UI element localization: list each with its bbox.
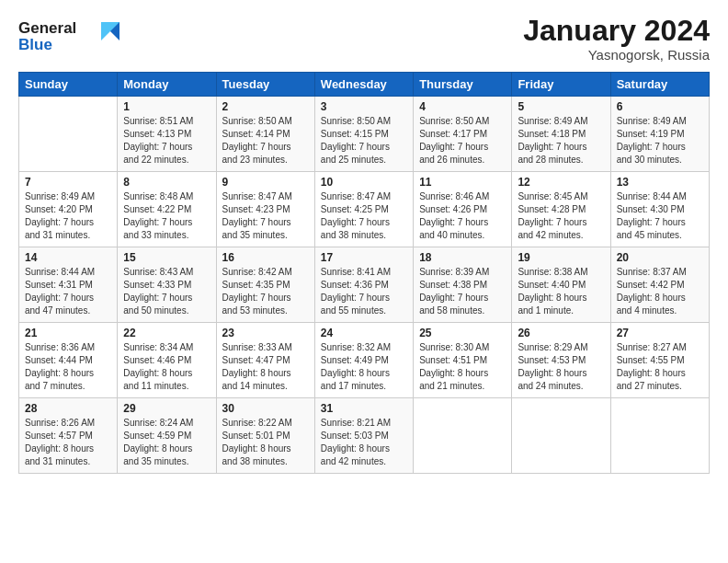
sunrise-text: Sunrise: 8:37 AM xyxy=(617,267,687,277)
day-number: 3 xyxy=(321,100,407,113)
table-row: 1 Sunrise: 8:51 AM Sunset: 4:13 PM Dayli… xyxy=(118,97,216,172)
page-header: General Blue January 2024 Yasnogorsk, Ru… xyxy=(18,15,710,63)
sunset-text: Sunset: 4:26 PM xyxy=(419,204,487,214)
table-row: 28 Sunrise: 8:26 AM Sunset: 4:57 PM Dayl… xyxy=(19,398,118,474)
daylight-text: Daylight: 7 hours and 47 minutes. xyxy=(25,293,94,316)
sunrise-text: Sunrise: 8:39 AM xyxy=(419,267,489,277)
sunset-text: Sunset: 4:28 PM xyxy=(518,204,586,214)
day-number: 19 xyxy=(518,251,604,264)
title-block: January 2024 Yasnogorsk, Russia xyxy=(523,15,710,63)
table-row: 20 Sunrise: 8:37 AM Sunset: 4:42 PM Dayl… xyxy=(610,247,709,323)
sunrise-text: Sunrise: 8:50 AM xyxy=(222,116,292,126)
sunrise-text: Sunrise: 8:36 AM xyxy=(25,342,95,352)
calendar-header-row: Sunday Monday Tuesday Wednesday Thursday… xyxy=(19,73,710,97)
sunrise-text: Sunrise: 8:38 AM xyxy=(518,267,587,277)
day-number: 5 xyxy=(518,100,604,113)
calendar-page: General Blue January 2024 Yasnogorsk, Ru… xyxy=(0,0,728,563)
day-info: Sunrise: 8:27 AM Sunset: 4:55 PM Dayligh… xyxy=(617,341,703,393)
sunrise-text: Sunrise: 8:41 AM xyxy=(321,267,391,277)
sunset-text: Sunset: 4:14 PM xyxy=(222,129,290,139)
calendar-week-row: 14 Sunrise: 8:44 AM Sunset: 4:31 PM Dayl… xyxy=(19,247,710,323)
day-number: 14 xyxy=(25,251,111,264)
daylight-text: Daylight: 7 hours and 33 minutes. xyxy=(123,217,192,240)
sunrise-text: Sunrise: 8:44 AM xyxy=(25,267,95,277)
header-saturday: Saturday xyxy=(610,73,709,97)
logo-svg: General Blue xyxy=(18,15,119,55)
sunset-text: Sunset: 4:57 PM xyxy=(25,431,93,441)
table-row xyxy=(610,398,709,474)
day-info: Sunrise: 8:33 AM Sunset: 4:47 PM Dayligh… xyxy=(222,341,309,393)
sunset-text: Sunset: 4:25 PM xyxy=(321,204,389,214)
sunset-text: Sunset: 4:49 PM xyxy=(321,355,389,365)
table-row: 29 Sunrise: 8:24 AM Sunset: 4:59 PM Dayl… xyxy=(118,398,216,474)
daylight-text: Daylight: 7 hours and 40 minutes. xyxy=(419,217,488,240)
table-row: 23 Sunrise: 8:33 AM Sunset: 4:47 PM Dayl… xyxy=(216,323,314,398)
day-info: Sunrise: 8:49 AM Sunset: 4:18 PM Dayligh… xyxy=(518,115,604,167)
sunrise-text: Sunrise: 8:34 AM xyxy=(123,342,193,352)
day-info: Sunrise: 8:48 AM Sunset: 4:22 PM Dayligh… xyxy=(123,190,210,242)
day-number: 20 xyxy=(617,251,703,264)
day-info: Sunrise: 8:43 AM Sunset: 4:33 PM Dayligh… xyxy=(123,266,210,317)
daylight-text: Daylight: 7 hours and 42 minutes. xyxy=(518,217,586,240)
sunset-text: Sunset: 4:31 PM xyxy=(25,280,93,290)
sunset-text: Sunset: 4:53 PM xyxy=(518,355,586,365)
sunset-text: Sunset: 4:36 PM xyxy=(321,280,389,290)
sunset-text: Sunset: 4:59 PM xyxy=(123,431,191,441)
calendar-table: Sunday Monday Tuesday Wednesday Thursday… xyxy=(18,72,710,474)
sunrise-text: Sunrise: 8:50 AM xyxy=(419,116,489,126)
daylight-text: Daylight: 8 hours and 38 minutes. xyxy=(222,443,291,466)
day-number: 12 xyxy=(518,176,604,189)
sunset-text: Sunset: 4:35 PM xyxy=(222,280,290,290)
header-monday: Monday xyxy=(118,73,216,97)
sunset-text: Sunset: 4:42 PM xyxy=(617,280,685,290)
sunrise-text: Sunrise: 8:49 AM xyxy=(518,116,587,126)
table-row: 14 Sunrise: 8:44 AM Sunset: 4:31 PM Dayl… xyxy=(19,247,118,323)
table-row: 10 Sunrise: 8:47 AM Sunset: 4:25 PM Dayl… xyxy=(314,172,413,247)
day-number: 18 xyxy=(419,251,506,264)
day-number: 4 xyxy=(419,100,506,113)
table-row: 25 Sunrise: 8:30 AM Sunset: 4:51 PM Dayl… xyxy=(414,323,512,398)
sunset-text: Sunset: 4:22 PM xyxy=(123,204,191,214)
day-number: 2 xyxy=(222,100,309,113)
day-number: 21 xyxy=(25,327,111,339)
sunset-text: Sunset: 4:38 PM xyxy=(419,280,487,290)
day-info: Sunrise: 8:47 AM Sunset: 4:23 PM Dayligh… xyxy=(222,190,309,242)
calendar-week-row: 21 Sunrise: 8:36 AM Sunset: 4:44 PM Dayl… xyxy=(19,323,710,398)
table-row: 16 Sunrise: 8:42 AM Sunset: 4:35 PM Dayl… xyxy=(216,247,314,323)
table-row: 26 Sunrise: 8:29 AM Sunset: 4:53 PM Dayl… xyxy=(512,323,610,398)
sunrise-text: Sunrise: 8:21 AM xyxy=(321,418,391,428)
daylight-text: Daylight: 7 hours and 22 minutes. xyxy=(123,142,192,165)
sunset-text: Sunset: 4:47 PM xyxy=(222,355,290,365)
day-info: Sunrise: 8:44 AM Sunset: 4:31 PM Dayligh… xyxy=(25,266,111,317)
day-number: 28 xyxy=(25,402,111,415)
daylight-text: Daylight: 7 hours and 55 minutes. xyxy=(321,293,390,316)
header-wednesday: Wednesday xyxy=(314,73,413,97)
day-info: Sunrise: 8:41 AM Sunset: 4:36 PM Dayligh… xyxy=(321,266,407,317)
table-row: 13 Sunrise: 8:44 AM Sunset: 4:30 PM Dayl… xyxy=(610,172,709,247)
daylight-text: Daylight: 7 hours and 45 minutes. xyxy=(617,217,686,240)
daylight-text: Daylight: 7 hours and 28 minutes. xyxy=(518,142,586,165)
daylight-text: Daylight: 8 hours and 4 minutes. xyxy=(617,293,686,316)
sunset-text: Sunset: 4:20 PM xyxy=(25,204,93,214)
sunrise-text: Sunrise: 8:49 AM xyxy=(617,116,687,126)
day-number: 30 xyxy=(222,402,309,415)
day-number: 31 xyxy=(321,402,407,415)
header-friday: Friday xyxy=(512,73,610,97)
table-row: 9 Sunrise: 8:47 AM Sunset: 4:23 PM Dayli… xyxy=(216,172,314,247)
table-row: 12 Sunrise: 8:45 AM Sunset: 4:28 PM Dayl… xyxy=(512,172,610,247)
sunset-text: Sunset: 4:44 PM xyxy=(25,355,93,365)
location-text: Yasnogorsk, Russia xyxy=(523,47,710,63)
sunset-text: Sunset: 4:18 PM xyxy=(518,129,586,139)
day-info: Sunrise: 8:38 AM Sunset: 4:40 PM Dayligh… xyxy=(518,266,604,317)
sunset-text: Sunset: 5:01 PM xyxy=(222,431,290,441)
sunrise-text: Sunrise: 8:47 AM xyxy=(321,191,391,201)
daylight-text: Daylight: 8 hours and 21 minutes. xyxy=(419,368,488,391)
sunrise-text: Sunrise: 8:24 AM xyxy=(123,418,193,428)
day-info: Sunrise: 8:36 AM Sunset: 4:44 PM Dayligh… xyxy=(25,341,111,393)
day-info: Sunrise: 8:39 AM Sunset: 4:38 PM Dayligh… xyxy=(419,266,506,317)
day-number: 13 xyxy=(617,176,703,189)
daylight-text: Daylight: 8 hours and 7 minutes. xyxy=(25,368,94,391)
table-row xyxy=(414,398,512,474)
table-row: 18 Sunrise: 8:39 AM Sunset: 4:38 PM Dayl… xyxy=(414,247,512,323)
sunrise-text: Sunrise: 8:43 AM xyxy=(123,267,193,277)
